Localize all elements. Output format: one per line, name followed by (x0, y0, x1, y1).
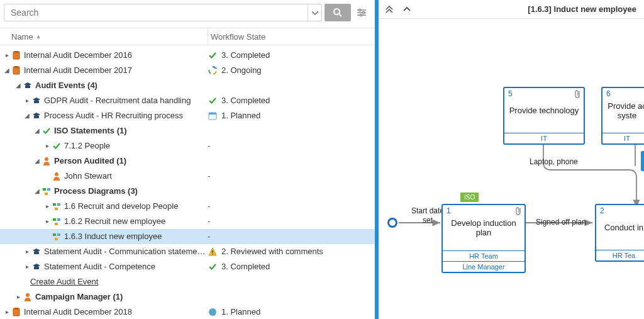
svg-rect-20 (34, 116, 39, 118)
process-title: Provide technology (504, 88, 584, 133)
tree-row[interactable]: John Stewart - (0, 169, 375, 184)
expand-toggle[interactable]: ▸ (23, 259, 31, 274)
attachment-icon (574, 89, 581, 100)
row-label: Statement Audit - Competence (44, 259, 155, 274)
cycle-icon (208, 65, 218, 76)
tree-row[interactable]: ▸ Statement Audit - Competence 3. Comple… (0, 259, 375, 274)
process-number: 2 (600, 206, 604, 215)
tree-row[interactable]: ◢ Process Diagrams (3) (0, 184, 375, 199)
search-button[interactable] (325, 4, 351, 21)
graduate-icon (23, 81, 33, 91)
state-label: 3. Completed (221, 93, 270, 108)
expand-toggle[interactable]: ▸ (3, 48, 11, 63)
sliders-icon (357, 8, 367, 18)
calendar-icon (208, 111, 218, 121)
collapse-toggle[interactable]: ◢ (33, 123, 42, 138)
state-label: 2. Reviewed with comments (221, 244, 323, 259)
tree-row[interactable]: ◢ Person Audited (1) (0, 154, 375, 169)
svg-rect-30 (55, 208, 58, 210)
diagram-icon (52, 232, 62, 242)
svg-rect-29 (57, 203, 60, 206)
tree-header: Name ▲ Workflow State (0, 28, 375, 45)
process-box[interactable]: 5 Provide technology IT (503, 87, 585, 145)
tree-row[interactable]: ▸ 1.6 Recruit and develop People - (0, 199, 375, 214)
collapse-toggle[interactable]: ◢ (23, 108, 31, 123)
row-label: Process Audit - HR Recruiting process (44, 108, 183, 123)
svg-point-47 (209, 308, 216, 316)
svg-rect-38 (34, 252, 39, 254)
collapse-toggle[interactable]: ◢ (33, 184, 42, 199)
search-icon (333, 8, 343, 18)
row-label: Internal Audit December 2016 (24, 48, 132, 63)
collapse-toggle[interactable]: ◢ (14, 78, 23, 93)
svg-rect-43 (34, 267, 39, 269)
expand-toggle[interactable]: ▸ (23, 93, 31, 108)
tree-view: ▸ Internal Audit December 2016 3. Comple… (0, 45, 375, 319)
expand-toggle[interactable]: ▸ (3, 305, 11, 319)
double-chevron-up-icon (386, 6, 393, 13)
diagram-icon (52, 216, 62, 227)
tree-row[interactable]: ▸ 7.1.2 People - (0, 138, 375, 154)
process-diagram-canvas[interactable]: Start date set Laptop, phone Signed off … (379, 19, 644, 319)
collapse-toggle[interactable]: ◢ (33, 154, 42, 169)
svg-rect-32 (57, 218, 60, 221)
start-node[interactable] (387, 218, 397, 228)
process-box[interactable]: 2 Conduct in HR Tea (595, 204, 644, 262)
expand-toggle[interactable]: ▸ (43, 199, 52, 214)
tree-row[interactable]: ▸ Internal Audit December 2018 1. Planne… (0, 305, 375, 319)
row-label: Audit Events (4) (35, 78, 97, 93)
check-icon (208, 96, 218, 106)
process-lane: HR Team (443, 250, 525, 261)
tree-row[interactable]: ▸ Campaign Manager (1) (0, 289, 375, 305)
tree-row[interactable]: ◢ Audit Events (4) (0, 78, 375, 93)
svg-line-1 (339, 14, 341, 16)
process-lane: Line Manager (443, 261, 525, 272)
clipboard-icon (11, 65, 21, 76)
search-dropdown-caret[interactable] (308, 4, 321, 21)
tree-row[interactable]: ▸ GDPR Audit - Recruitment data handling… (0, 93, 375, 108)
process-box[interactable]: 1 Develop induction plan HR Team Line Ma… (441, 204, 526, 273)
svg-point-7 (360, 14, 362, 16)
state-label: 1. Planned (221, 108, 260, 123)
collapse-toggle[interactable]: ◢ (3, 63, 11, 78)
state-label: - (208, 199, 210, 214)
search-bar (0, 0, 375, 28)
svg-point-3 (358, 9, 360, 11)
expand-toggle[interactable]: ▸ (43, 214, 52, 229)
svg-rect-16 (25, 86, 30, 88)
svg-point-44 (26, 293, 30, 297)
process-box[interactable]: 6 Provide acsyste IT (601, 87, 644, 145)
check-icon (208, 50, 218, 60)
svg-point-23 (45, 157, 48, 161)
column-state-label: Workflow State (211, 32, 265, 42)
svg-rect-36 (55, 238, 58, 240)
sort-caret-icon: ▲ (36, 33, 42, 40)
diagram-icon (52, 201, 62, 211)
tree-row[interactable]: ◢ ISO Statements (1) (0, 123, 375, 138)
tree-row-selected[interactable]: 1.6.3 Induct new employee - (0, 229, 375, 244)
expand-toggle[interactable]: ▸ (43, 138, 52, 154)
column-name[interactable]: Name ▲ (0, 32, 208, 42)
process-lane: IT (504, 133, 584, 143)
go-up-button[interactable] (400, 3, 414, 16)
row-label: 1.6.3 Induct new employee (64, 229, 162, 244)
svg-rect-26 (47, 188, 50, 191)
column-workflow-state[interactable]: Workflow State (208, 28, 375, 45)
tree-row[interactable]: ▸ Statement Audit - Communication statem… (0, 244, 375, 259)
tree-row[interactable]: ▸ 1.6.2 Recruit new employee - (0, 214, 375, 229)
tree-row[interactable]: ◢ Internal Audit December 2017 2. Ongoin… (0, 63, 375, 78)
create-audit-event-link[interactable]: Create Audit Event (0, 274, 375, 289)
tree-row[interactable]: ▸ Internal Audit December 2016 3. Comple… (0, 48, 375, 63)
expand-toggle[interactable]: ▸ (14, 289, 23, 305)
svg-rect-34 (53, 233, 56, 236)
svg-rect-22 (209, 113, 216, 115)
collapse-all-button[interactable] (382, 3, 396, 16)
state-label: - (208, 169, 210, 184)
search-input[interactable] (4, 4, 308, 21)
expand-toggle[interactable]: ▸ (23, 244, 31, 259)
graduate-icon (31, 111, 42, 121)
person-icon (52, 171, 62, 181)
filter-button[interactable] (353, 4, 370, 21)
chevron-up-icon (403, 6, 411, 13)
tree-row[interactable]: ◢ Process Audit - HR Recruiting process … (0, 108, 375, 123)
